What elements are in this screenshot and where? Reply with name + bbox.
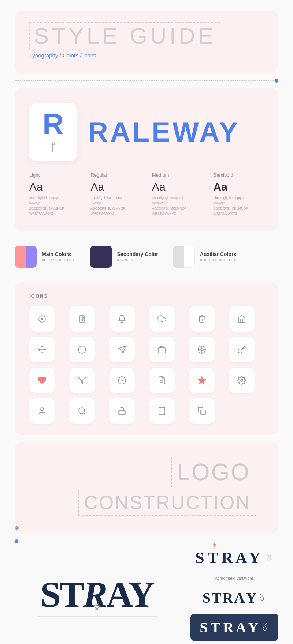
- letter-display-box: R r: [29, 103, 77, 161]
- page-title: STYLE GUIDE: [29, 22, 220, 49]
- font-weight-light: Light Aa abcdefghijklmnopqrstuvwxyzABCDE…: [29, 172, 80, 216]
- svg-point-54: [268, 557, 271, 561]
- color-swatch-secondary: [90, 246, 112, 268]
- color-info-aux: Auxiliar Colors #DFDFDF #FFFFFF: [200, 251, 237, 262]
- color-item-main: Main Colors #FF9596 #9783FE: [15, 246, 75, 268]
- breadcrumb: Typography / Colors / Icons: [29, 52, 264, 59]
- svg-point-62: [263, 626, 266, 630]
- stray-logo-outline-text: S t R A Y: [203, 589, 267, 606]
- stray-v2-A: A: [234, 589, 245, 606]
- deer-icon-white: [260, 623, 269, 632]
- stray-logo-dark-text: S t R A Y: [200, 619, 258, 636]
- color-item-aux: Auxiliar Colors #DFDFDF #FFFFFF: [173, 246, 237, 268]
- stray-v3-A: A: [236, 619, 245, 636]
- stray-logo-main: StRAY: [37, 573, 157, 617]
- svg-point-26: [241, 379, 243, 381]
- clock-icon[interactable]: [109, 368, 135, 393]
- user-icon[interactable]: [29, 398, 55, 424]
- search-icon[interactable]: [69, 398, 95, 424]
- svg-rect-31: [159, 407, 165, 415]
- key-icon[interactable]: [229, 337, 255, 362]
- trash-icon[interactable]: [189, 306, 215, 332]
- section-divider-2: [15, 541, 278, 541]
- stray-v1-t: t: [208, 549, 218, 567]
- bell-icon[interactable]: [109, 306, 135, 332]
- font-name-display: RALEWAY: [88, 118, 240, 146]
- weight-sample-medium: Aa: [152, 181, 203, 193]
- achromatic-label: Achromatic Variations: [190, 576, 278, 580]
- close-circle-icon[interactable]: [29, 306, 55, 332]
- letter-r: r: [51, 139, 56, 154]
- target-icon[interactable]: [189, 337, 215, 362]
- svg-line-61: [266, 623, 267, 624]
- svg-line-55: [260, 594, 262, 596]
- file-edit-icon[interactable]: [149, 368, 175, 393]
- color-swatch-aux: [173, 246, 195, 268]
- svg-marker-21: [78, 377, 86, 384]
- filter-icon[interactable]: [69, 368, 95, 393]
- lock-icon[interactable]: [109, 398, 135, 424]
- section-divider: [15, 80, 278, 81]
- svg-point-57: [260, 596, 264, 601]
- weight-chars-light: abcdefghijklmnopqrstuvwxyzABCDEFGHIJKLMN…: [29, 195, 80, 216]
- weight-label-medium: Medium: [152, 172, 203, 178]
- star-icon[interactable]: [189, 368, 215, 393]
- color-half-pink: [15, 246, 26, 268]
- color-name-main: Main Colors: [42, 251, 75, 257]
- svg-point-39: [18, 528, 19, 528]
- settings-icon[interactable]: [229, 368, 255, 393]
- color-hex-secondary: #373056: [117, 258, 158, 262]
- stray-v2-S: S: [203, 589, 210, 606]
- colors-row: Main Colors #FF9596 #9783FE Secondary Co…: [15, 246, 278, 268]
- document-copy-icon[interactable]: [189, 398, 215, 424]
- stray-v1-Y: Y: [249, 549, 259, 567]
- cow-skull-icon: [93, 602, 101, 613]
- color-half-gray: [173, 246, 184, 268]
- svg-rect-33: [201, 410, 205, 415]
- svg-point-48: [96, 605, 97, 606]
- color-hex-aux: #DFDFDF #FFFFFF: [200, 258, 237, 262]
- color-info-main: Main Colors #FF9596 #9783FE: [42, 251, 75, 262]
- font-weight-semibold: Semibold Aa abcdefghijklmnopqrsttuvwxyzA…: [214, 172, 264, 216]
- svg-line-53: [271, 554, 271, 555]
- home-icon[interactable]: [229, 306, 255, 332]
- heart-icon[interactable]: [29, 368, 55, 393]
- weight-label-light: Light: [29, 172, 80, 178]
- stray-v3-S: S: [200, 619, 207, 636]
- stray-logo-variant-color: S ✝ t R A Y: [190, 549, 278, 567]
- letter-R: R: [42, 110, 64, 139]
- stray-v1-i-container: ✝ t: [208, 549, 222, 567]
- weight-sample-semibold: Aa: [214, 181, 264, 193]
- cross-icon: ✝: [212, 542, 216, 549]
- svg-point-47: [97, 607, 99, 610]
- logo-const-line1: LOGO: [171, 457, 256, 488]
- divider-dot-2: [15, 539, 18, 543]
- svg-marker-25: [198, 377, 205, 384]
- font-weights-row: Light Aa abcdefghijklmnopqrstuvwxyzABCDE…: [29, 172, 264, 216]
- stray-v3-R: R: [223, 619, 233, 636]
- stray-logo-variant-dark: S t R A Y: [190, 614, 278, 641]
- stray-v1-R: R: [221, 549, 233, 567]
- weight-sample-light: Aa: [29, 181, 80, 193]
- style-guide-header: STYLE GUIDE Typography / Colors / Icons: [15, 11, 278, 73]
- forward-file-icon[interactable]: [69, 306, 95, 332]
- weight-chars-medium: abcdefghijklmnopqrstuvwxyzABCDEFGHIJKLMN…: [152, 195, 203, 216]
- download-icon[interactable]: [149, 306, 175, 332]
- color-info-secondary: Secondary Color #373056: [117, 251, 158, 262]
- svg-point-28: [79, 408, 85, 414]
- colors-section: Main Colors #FF9596 #9783FE Secondary Co…: [15, 238, 278, 275]
- stray-v2-t: t: [212, 589, 221, 606]
- stray-v1-S: S: [195, 549, 204, 567]
- tablet-icon[interactable]: [149, 398, 175, 424]
- stray-logo-variant-outline: S t R A Y: [190, 589, 278, 606]
- info-circle-icon[interactable]: [69, 337, 95, 362]
- svg-rect-13: [158, 348, 166, 353]
- send-icon[interactable]: [109, 337, 135, 362]
- move-icon[interactable]: [29, 337, 55, 362]
- divider-dot: [275, 79, 278, 83]
- svg-line-60: [263, 623, 263, 624]
- briefcase-icon[interactable]: [149, 337, 175, 362]
- color-name-secondary: Secondary Color: [117, 251, 158, 257]
- svg-line-59: [265, 624, 266, 625]
- logo-const-line2: CONSTRUCTION: [78, 490, 256, 515]
